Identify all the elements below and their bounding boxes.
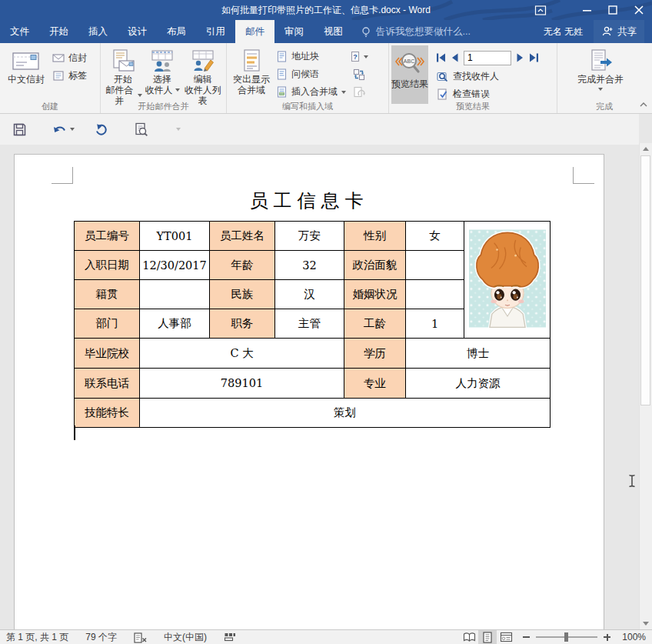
cell-label-name: 员工姓名 [210, 222, 275, 251]
labels-button[interactable]: 标签 [50, 68, 89, 84]
table-row: 联系电话 789101 专业 人力资源 [75, 369, 551, 399]
vertical-scrollbar[interactable] [639, 143, 652, 629]
address-block-button[interactable]: 地址块 [274, 48, 348, 65]
match-fields-button[interactable] [348, 66, 370, 82]
last-record-icon[interactable] [529, 53, 539, 62]
update-labels-button[interactable] [348, 84, 370, 100]
tabbar-spacer [471, 20, 544, 43]
zoom-in-button[interactable] [604, 634, 610, 641]
envelopes-button[interactable]: 信封 [50, 50, 89, 66]
cell-label-marital-status: 婚姻状况 [344, 280, 406, 309]
tab-layout[interactable]: 布局 [157, 20, 196, 43]
proofing-status[interactable] [134, 632, 147, 643]
ribbon-mailings: 中文信封 信封 标签 创建 [0, 43, 652, 114]
employee-info-table[interactable]: 员工编号 YT001 员工姓名 万安 性别 女 [74, 221, 551, 428]
window-controls [527, 0, 652, 20]
greeting-line-label: 问候语 [291, 68, 319, 81]
dropdown-arrow-icon [341, 91, 346, 94]
close-button[interactable] [626, 0, 652, 20]
cell-value-hire-date: 12/30/2017 [140, 251, 210, 280]
zoom-percentage[interactable]: 100% [617, 632, 646, 642]
user-name[interactable]: 无名 无姓 [544, 25, 583, 38]
preview-results-toggle[interactable]: ABC 预览结果 [391, 45, 428, 104]
first-record-icon[interactable] [436, 53, 446, 62]
next-record-icon[interactable] [516, 53, 524, 62]
tab-design[interactable]: 设计 [118, 20, 157, 43]
minimize-button[interactable] [574, 0, 600, 20]
tab-references[interactable]: 引用 [196, 20, 235, 43]
tab-file[interactable]: 文件 [0, 20, 39, 43]
select-recipients-button[interactable]: 选择 收件人 [142, 45, 181, 95]
greeting-line-button[interactable]: 问候语 [274, 66, 348, 82]
document-title[interactable]: 员工信息卡 [15, 189, 604, 213]
record-navigator [434, 47, 541, 67]
save-button[interactable] [9, 118, 30, 140]
scroll-down-button[interactable] [640, 618, 652, 629]
word-count-indicator[interactable]: 79 个字 [85, 631, 117, 644]
qat-customize-button[interactable] [173, 118, 184, 140]
zoom-slider[interactable] [536, 636, 597, 638]
ribbon-tab-bar: 文件 开始 插入 设计 布局 引用 邮件 审阅 视图 告诉我您想要做什么... … [0, 20, 652, 43]
ribbon-display-options-icon [534, 5, 547, 16]
cell-label-hire-date: 入职日期 [75, 251, 140, 280]
cell-value-seniority: 1 [406, 309, 464, 339]
share-button[interactable]: 共享 [594, 20, 644, 43]
update-labels-icon [353, 86, 365, 98]
ribbon-display-options-button[interactable] [527, 0, 554, 20]
print-preview-button[interactable] [131, 118, 151, 140]
scrollbar-thumb[interactable] [640, 155, 650, 405]
restore-button[interactable] [600, 0, 626, 20]
select-recipients-label-2: 收件人 [145, 85, 180, 95]
group-label-start-mail-merge: 开始邮件合并 [101, 101, 226, 112]
scroll-up-button[interactable] [640, 143, 652, 155]
start-mail-merge-button[interactable]: 开始 邮件合并 [103, 45, 142, 106]
highlight-merge-fields-label-1: 突出显示 [233, 74, 270, 85]
previous-record-icon[interactable] [451, 53, 459, 62]
cell-value-skills: 策划 [140, 399, 551, 428]
input-mode-indicator[interactable] [224, 632, 236, 642]
print-layout-button[interactable] [478, 630, 497, 644]
dropdown-arrow-icon [176, 128, 181, 131]
undo-button[interactable] [50, 118, 78, 140]
start-mail-merge-icon [111, 49, 135, 72]
group-label-write-insert: 编写和插入域 [227, 101, 388, 112]
chinese-envelope-button[interactable]: 中文信封 [2, 45, 50, 85]
tab-home[interactable]: 开始 [39, 20, 78, 43]
label-icon [52, 70, 65, 82]
document-page[interactable]: 员工信息卡 员工编号 YT001 员工姓名 万安 性别 女 [14, 154, 604, 629]
record-number-input[interactable] [464, 51, 511, 65]
finish-and-merge-icon [588, 49, 613, 72]
redo-button[interactable] [91, 118, 111, 140]
cell-label-skills: 技能特长 [75, 399, 140, 428]
tab-mailings[interactable]: 邮件 [235, 20, 274, 43]
tell-me-box[interactable]: 告诉我您想要做什么... [361, 20, 471, 43]
edit-recipient-list-label-1: 编辑 [194, 74, 212, 85]
tab-review[interactable]: 审阅 [274, 20, 314, 43]
language-indicator[interactable]: 中文(中国) [164, 631, 207, 644]
cell-value-name: 万安 [275, 222, 344, 251]
tab-view[interactable]: 视图 [314, 20, 353, 43]
read-mode-button[interactable] [460, 630, 478, 644]
page-number-indicator[interactable]: 第 1 页, 共 1 页 [6, 631, 68, 644]
tab-insert[interactable]: 插入 [78, 20, 118, 43]
ribbon-group-finish: 完成并合并 完成 [557, 43, 651, 113]
edit-recipient-list-button[interactable]: 编辑 收件人列表 [182, 45, 224, 106]
rules-button[interactable]: ? [348, 48, 370, 65]
highlight-merge-fields-button[interactable]: 突出显示 合并域 [229, 45, 274, 95]
web-layout-button[interactable] [497, 630, 515, 644]
collapse-ribbon-button[interactable] [639, 97, 648, 111]
cell-value-age: 32 [275, 251, 344, 280]
cell-value-position: 主管 [275, 309, 344, 339]
table-row: 毕业院校 C 大 学历 博士 [75, 339, 551, 369]
save-icon [12, 122, 27, 137]
zoom-slider-thumb[interactable] [564, 632, 568, 642]
cell-value-marital-status [406, 280, 464, 309]
check-errors-button[interactable]: 检查错误 [434, 86, 541, 102]
find-recipient-button[interactable]: 查找收件人 [434, 68, 541, 85]
insert-merge-field-button[interactable]: 插入合并域 [274, 84, 348, 100]
svg-text:?: ? [353, 53, 358, 61]
finish-and-merge-button[interactable]: 完成并合并 [574, 45, 627, 91]
finish-and-merge-label: 完成并合并 [577, 74, 624, 85]
zoom-out-button[interactable] [523, 636, 530, 638]
cell-label-major: 专业 [344, 369, 406, 399]
